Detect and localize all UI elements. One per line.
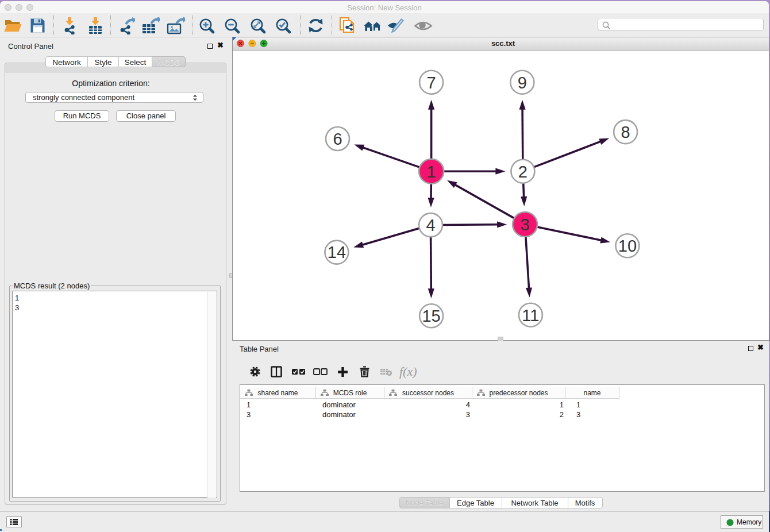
svg-text:8: 8 (621, 123, 630, 141)
svg-text:7: 7 (427, 74, 436, 92)
svg-text:2: 2 (518, 163, 528, 181)
svg-text:9: 9 (518, 74, 527, 92)
svg-text:14: 14 (328, 243, 346, 261)
svg-text:4: 4 (426, 216, 435, 234)
svg-text:10: 10 (618, 237, 637, 255)
svg-text:1: 1 (427, 163, 436, 181)
svg-text:11: 11 (522, 306, 539, 325)
svg-text:6: 6 (333, 130, 342, 148)
svg-text:15: 15 (422, 307, 440, 325)
svg-text:3: 3 (521, 215, 530, 234)
